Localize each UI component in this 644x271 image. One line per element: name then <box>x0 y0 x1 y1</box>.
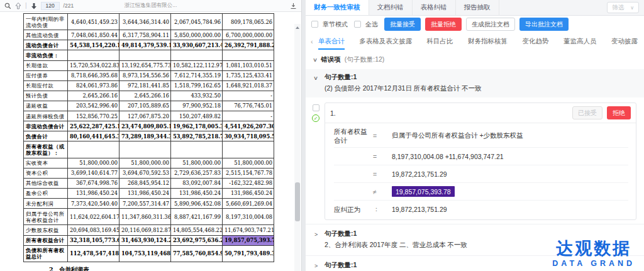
table-cell: 11,347,860,311.36 <box>119 209 171 225</box>
table-cell: 2,645,266.16 <box>68 91 119 101</box>
table-cell: 32,318,105,773.62 <box>68 235 119 245</box>
table-cell: 23,474,809,805.15 <box>119 121 171 131</box>
tab-1[interactable]: 文档纠错 <box>369 0 413 15</box>
table-row: 非流动负债： <box>24 50 274 60</box>
table-row: 所有者权益合计32,318,105,773.6231,463,930,124.2… <box>24 235 274 245</box>
table-cell: 131,986,450.24 <box>223 188 274 198</box>
row-label: 长期应付款 <box>24 80 68 91</box>
subtab-2[interactable]: 科目占比 <box>427 33 453 50</box>
error-section-title: 错误项 <box>321 55 341 64</box>
tab-0[interactable]: 财务一致性审核 <box>306 0 369 15</box>
row-label: 少数股东权益 <box>24 225 68 235</box>
equation-row: 应纠正为：19,872,213,751.29 <box>334 201 628 218</box>
filter-select-label: 筛选 <box>612 4 624 12</box>
table-cell: 207,105,889.65 <box>119 101 171 111</box>
table-cell: 131,986,450.24 <box>171 188 223 198</box>
subtab-5[interactable]: 董监高人员 <box>564 33 597 50</box>
table-cell <box>119 141 171 158</box>
item-sentence-count: 句子数量:1 <box>325 230 638 238</box>
batch-accept-button[interactable]: 批量接受 <box>384 18 421 31</box>
subtab-1[interactable]: 多表格及表文披露 <box>359 33 412 50</box>
table-cell: 77,585,760,854.96 <box>171 245 223 262</box>
subtab-4[interactable]: 变化趋势 <box>523 33 549 50</box>
table-cell: - <box>223 111 274 121</box>
table-cell: 5,660,691,269.04 <box>223 199 274 209</box>
scroll-up-icon[interactable] <box>296 26 299 29</box>
page-total: /221 <box>64 3 74 9</box>
table-row: 流动负债合计54,538,154,220.1849,814,379,539.17… <box>24 40 274 50</box>
table-cell: 76,776,745.01 <box>223 101 274 111</box>
table-row: 其他综合收益367,674,998.76268,845,954.1283,092… <box>24 178 274 188</box>
table-row: 少数股东权益20,694,083,169.4520,116,069,812.87… <box>24 225 274 235</box>
table-cell: 367,674,998.76 <box>68 178 119 188</box>
next-section-caption: 2、合并利润表 <box>49 266 301 271</box>
page-down-icon[interactable] <box>31 3 37 9</box>
row-label: 所有者权益（或股东权益）： <box>24 141 68 158</box>
generate-annotated-doc-button[interactable]: 生成批注文档 <box>466 18 515 31</box>
table-cell: 8,973,154,556.56 <box>119 70 171 80</box>
table-row: 未分配利润7,373,420,540.407,200,557,314.475,8… <box>24 199 274 209</box>
equation-row: =8,197,310,004.08 +11,674,903,747.21 <box>334 148 628 165</box>
subtab-3[interactable]: 财务指标核算 <box>468 33 508 50</box>
table-cell: 7,612,714,355.19 <box>171 70 223 80</box>
table-row: 长期应付款824,061,973.86972,181,441.851,518,7… <box>24 80 274 91</box>
subtab-6[interactable]: 变动披露 <box>611 33 638 50</box>
table-row: 其他流动负债7,048,061,850.446,317,758,904.115,… <box>24 30 274 40</box>
equation-value: 8,197,310,004.08 +11,674,903,747.21 <box>392 153 504 160</box>
table-cell <box>68 50 119 60</box>
table-cell: 20,694,083,169.45 <box>68 225 119 235</box>
reject-button[interactable]: 拒绝 <box>607 106 631 119</box>
table-cell: 150,207,489.82 <box>171 111 223 121</box>
document-scrollbar[interactable] <box>294 24 301 271</box>
row-label: 递延所得税负债 <box>24 111 68 121</box>
export-annotated-doc-button[interactable]: 导出批注文档 <box>519 18 569 31</box>
table-cell <box>223 141 274 158</box>
table-cell: 131,986,450.24 <box>119 188 171 198</box>
tab-2[interactable]: 表格纠错 <box>413 0 456 15</box>
table-cell: 73,289,189,344.32 <box>119 131 171 141</box>
error-section-header[interactable]: ∨ 错误项 (句子数量:12) <box>306 50 644 67</box>
batch-reject-button[interactable]: 批量拒绝 <box>425 18 462 31</box>
download-icon[interactable] <box>290 3 297 9</box>
page-number-input[interactable] <box>41 2 60 10</box>
table-cell: 5,850,000,000.00 <box>171 30 223 40</box>
collapsed-error-item[interactable]: >句子数量:12、合并利润表 2018年度 三、营业利润（亏损以“-”号填列） … <box>306 256 644 271</box>
chapter-mode-label: 章节模式 <box>323 20 348 29</box>
audit-panel: 财务一致性审核文档纠错表格纠错报告抽取 筛选 ∨ 章节模式 全选 批量接受 批量… <box>306 0 644 271</box>
table-cell: 33,930,607,213.44 <box>171 40 223 50</box>
chevron-down-icon: ∨ <box>313 75 318 81</box>
chevron-left-icon[interactable]: ‹ <box>311 38 313 45</box>
table-cell: 1,648,921,018.37 <box>223 80 274 91</box>
table-row: 实收资本51,800,000.0051,800,000.0051,800,000… <box>24 158 274 168</box>
page-up-icon[interactable] <box>15 3 21 9</box>
table-row: 递延收益203,542,996.40207,105,889.6597,900,9… <box>24 101 274 111</box>
equation-value: 归属于母公司所有者权益合计 +少数股东权益 <box>392 131 523 140</box>
accepted-check-icon: ✓ <box>312 114 319 122</box>
equation-body: 所有者权益合计=归属于母公司所有者权益合计 +少数股东权益=8,197,310,… <box>325 123 636 219</box>
search-icon[interactable] <box>4 3 11 9</box>
table-cell: 2,067,045,784.96 <box>171 14 223 30</box>
item-checkbox[interactable] <box>313 104 319 111</box>
table-cell: 4,640,451,459.23 <box>68 14 119 30</box>
accepted-button[interactable]: 已接受 <box>572 106 602 119</box>
table-cell: 203,542,996.40 <box>68 101 119 111</box>
table-cell: 433,932.50 <box>171 91 223 101</box>
table-row: 资本公积3,699,140,614.773,694,670,592.532,72… <box>24 168 274 178</box>
chevron-down-icon: ∨ <box>313 57 318 63</box>
subtab-0[interactable]: 单表合计 <box>318 33 345 50</box>
chapter-mode-checkbox[interactable] <box>311 21 318 28</box>
error-detail-card: 1. 已接受 拒绝 所有者权益合计=归属于母公司所有者权益合计 +少数股东权益=… <box>325 102 636 220</box>
table-cell: 11,674,903,747.21 <box>223 225 274 235</box>
tab-3[interactable]: 报告抽取 <box>456 0 499 15</box>
table-row: 应付债券8,718,646,395.688,973,154,556.567,61… <box>24 70 274 80</box>
table-cell: 26,392,791,888.23 <box>223 40 274 50</box>
chevron-right-icon: > <box>314 231 318 238</box>
table-cell: 20,116,069,812.87 <box>119 225 171 235</box>
collapsed-error-item[interactable]: >句子数量:12、合并利润表 2017年度 二、营业总成本 不一致 <box>306 224 644 256</box>
table-cell: 824,061,973.86 <box>68 80 119 91</box>
filter-select[interactable]: 筛选 ∨ <box>607 2 639 13</box>
select-all-checkbox[interactable] <box>354 21 361 28</box>
scrollbar-thumb[interactable] <box>295 182 300 221</box>
error-group-header[interactable]: ∨ 句子数量:1 (2) 负债部分 2017年12月31日 所有者权益合计 不一… <box>306 69 644 97</box>
table-cell: 97,900,952.18 <box>171 101 223 111</box>
